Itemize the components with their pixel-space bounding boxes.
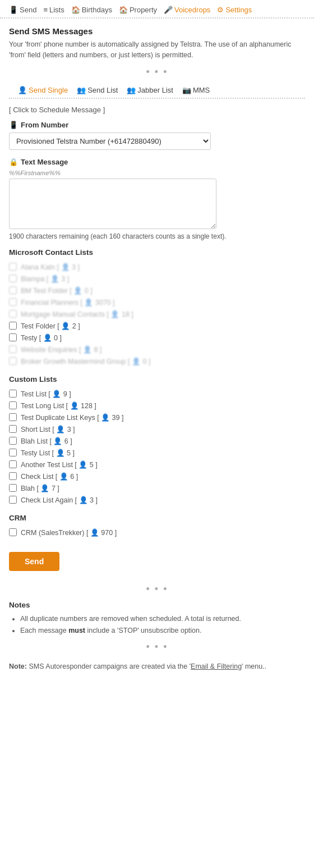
- list-item-checkbox-financial-planners[interactable]: [9, 298, 17, 306]
- gear-icon: ⚙: [217, 6, 224, 14]
- email-filtering-link[interactable]: Email & Filtering: [191, 663, 242, 670]
- list-item: Test Long List [ 👤 128 ]: [9, 400, 305, 412]
- microsoft-contact-lists-section: Microsoft Contact Lists Alana Katn [ 👤 3…: [9, 248, 305, 367]
- list-item-checkbox-alana-katn[interactable]: [9, 263, 17, 271]
- crm-title: CRM: [9, 514, 305, 522]
- page-description: Your 'from' phone number is automaticall…: [9, 39, 305, 61]
- list-item: Broker Growth Mastermind Group [ 👤 0 ]: [9, 355, 305, 367]
- notes-list: All duplicate numbers are removed when s…: [9, 613, 305, 637]
- bottom-note: Note: SMS Autoresponder campaigns are cr…: [9, 661, 305, 672]
- list-item: Financial Planners [ 👤 3070 ]: [9, 296, 305, 308]
- group-icon: 👥: [77, 86, 86, 94]
- list-item-checkbox-check-list[interactable]: [9, 472, 17, 480]
- schedule-message-link[interactable]: [ Click to Schedule Message ]: [9, 106, 305, 114]
- list-item-checkbox-crm-salestrekker[interactable]: [9, 528, 17, 536]
- property-icon: 🏠: [119, 6, 128, 14]
- list-item: Test Duplicate List Keys [ 👤 39 ]: [9, 412, 305, 423]
- list-item: Alana Katn [ 👤 3 ]: [9, 261, 305, 273]
- mic-icon: 🎤: [164, 6, 173, 14]
- page-title: Send SMS Messages: [9, 26, 305, 36]
- list-item: Another Test List [ 👤 5 ]: [9, 459, 305, 470]
- note-item-1: All duplicate numbers are removed when s…: [20, 613, 305, 625]
- custom-list: Test List [ 👤 9 ] Test Long List [ 👤 128…: [9, 388, 305, 506]
- birthday-icon: 🏠: [71, 6, 80, 14]
- list-item-checkbox-test-duplicate[interactable]: [9, 413, 17, 421]
- list-item-checkbox-test-list[interactable]: [9, 390, 17, 398]
- subnav-send-single[interactable]: 👤 Send Single: [18, 86, 68, 94]
- notes-section: Notes All duplicate numbers are removed …: [9, 601, 305, 637]
- list-item: Testy List [ 👤 5 ]: [9, 447, 305, 459]
- list-item-checkbox-testy-list[interactable]: [9, 449, 17, 456]
- subnav-jabber-list[interactable]: 👥 Jabber List: [127, 86, 173, 94]
- nav-send[interactable]: 📱 Send: [9, 6, 36, 14]
- group2-icon: 👥: [127, 86, 136, 94]
- hint-text: %%Firstname%%: [9, 170, 305, 176]
- text-message-section: 🔒 Text Message %%Firstname%% 1900 charac…: [9, 158, 305, 240]
- person-icon: 👤: [18, 86, 27, 94]
- mobile-icon: 📱: [9, 6, 18, 14]
- list-item: BM Test Folder [ 👤 0 ]: [9, 285, 305, 296]
- list-item-checkbox-blah[interactable]: [9, 484, 17, 492]
- custom-lists-section: Custom Lists Test List [ 👤 9 ] Test Long…: [9, 375, 305, 506]
- list-item-checkbox-test-long-list[interactable]: [9, 401, 17, 409]
- note-item-2: Each message must include a 'STOP' unsub…: [20, 625, 305, 637]
- list-item-checkbox-testy[interactable]: [9, 334, 17, 341]
- list-item-checkbox-mortgage-manual-contacts[interactable]: [9, 310, 17, 318]
- list-item-checkbox-bm-test-folder[interactable]: [9, 286, 17, 294]
- subnav-mms[interactable]: 📷 MMS: [182, 86, 210, 94]
- custom-lists-title: Custom Lists: [9, 375, 305, 383]
- list-item: Website Enquiries [ 👤 8 ]: [9, 344, 305, 355]
- char-count: 1900 characters remaining (each 160 char…: [9, 232, 305, 240]
- list-item-checkbox-broker-growth[interactable]: [9, 357, 17, 365]
- text-message-label: 🔒 Text Message: [9, 158, 305, 166]
- list-item-checkbox-check-list-again[interactable]: [9, 496, 17, 504]
- list-item-checkbox-test-folder[interactable]: [9, 322, 17, 330]
- list-item: Test List [ 👤 9 ]: [9, 388, 305, 400]
- list-item-checkbox-blah-list[interactable]: [9, 437, 17, 445]
- top-navigation: 📱 Send ≡ Lists 🏠 Birthdays 🏠 Property 🎤 …: [0, 0, 314, 19]
- crm-list: CRM (SalesTrekker) [ 👤 970 ]: [9, 527, 305, 538]
- mobile-small-icon: 📱: [9, 121, 18, 129]
- divider-dots-3: • • •: [9, 641, 305, 653]
- list-item-checkbox-website-enquiries[interactable]: [9, 345, 17, 353]
- notes-title: Notes: [9, 601, 305, 609]
- from-number-label: 📱 From Number: [9, 121, 305, 129]
- from-number-select[interactable]: Provisioned Telstra Number (+61472880490…: [9, 133, 211, 150]
- nav-settings[interactable]: ⚙ Settings: [217, 6, 252, 14]
- microsoft-contact-list: Alana Katn [ 👤 3 ] Blampa [ 👤 3 ] BM Tes…: [9, 261, 305, 367]
- sub-navigation: 👤 Send Single 👥 Send List 👥 Jabber List …: [9, 83, 305, 99]
- main-content: Send SMS Messages Your 'from' phone numb…: [0, 19, 314, 680]
- photo-icon: 📷: [182, 86, 191, 94]
- list-item-checkbox-blampa[interactable]: [9, 275, 17, 282]
- list-item: Check List [ 👤 6 ]: [9, 470, 305, 482]
- divider-dots-1: • • •: [9, 66, 305, 78]
- list-item: Blah List [ 👤 6 ]: [9, 435, 305, 447]
- microsoft-contact-lists-title: Microsoft Contact Lists: [9, 248, 305, 257]
- list-icon: ≡: [43, 6, 48, 14]
- list-item-checkbox-another-test-list[interactable]: [9, 460, 17, 468]
- list-item: Mortgage Manual Contacts [ 👤 18 ]: [9, 308, 305, 320]
- list-item: Test Folder [ 👤 2 ]: [9, 320, 305, 332]
- list-item-checkbox-short-list[interactable]: [9, 425, 17, 433]
- list-item: Check List Again [ 👤 3 ]: [9, 494, 305, 506]
- message-textarea[interactable]: [9, 179, 216, 229]
- nav-birthdays[interactable]: 🏠 Birthdays: [71, 6, 112, 14]
- from-number-section: 📱 From Number Provisioned Telstra Number…: [9, 121, 305, 150]
- list-item: Short List [ 👤 3 ]: [9, 423, 305, 435]
- divider-dots-2: • • •: [9, 583, 305, 595]
- crm-section: CRM CRM (SalesTrekker) [ 👤 970 ]: [9, 514, 305, 538]
- nav-property[interactable]: 🏠 Property: [119, 6, 157, 14]
- nav-voicedrops[interactable]: 🎤 Voicedrops: [164, 6, 210, 14]
- send-button[interactable]: Send: [9, 552, 59, 571]
- list-item: Testy [ 👤 0 ]: [9, 332, 305, 344]
- list-item: CRM (SalesTrekker) [ 👤 970 ]: [9, 527, 305, 538]
- list-item: Blah [ 👤 7 ]: [9, 482, 305, 494]
- list-item: Blampa [ 👤 3 ]: [9, 273, 305, 285]
- subnav-send-list[interactable]: 👥 Send List: [77, 86, 118, 94]
- nav-lists[interactable]: ≡ Lists: [43, 6, 64, 14]
- lock-icon: 🔒: [9, 158, 18, 166]
